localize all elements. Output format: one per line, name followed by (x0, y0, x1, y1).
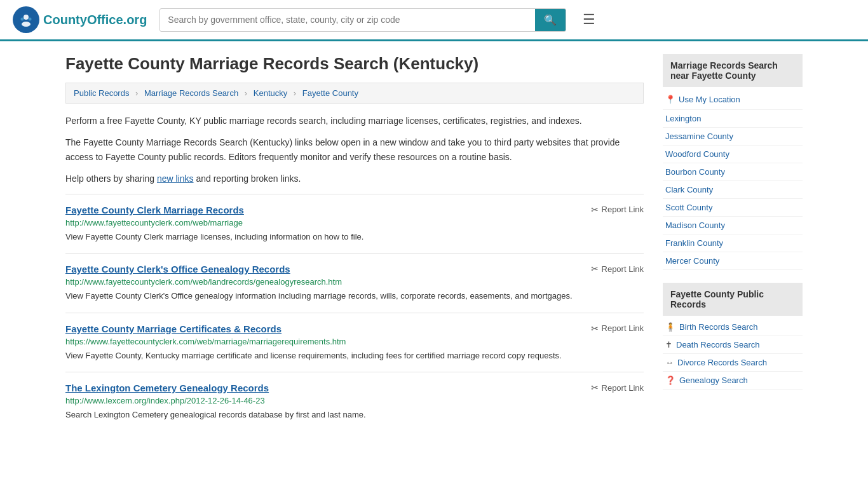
logo-icon (13, 6, 39, 33)
hamburger-button[interactable]: ☰ (579, 8, 599, 32)
description-3-suffix: and reporting broken links. (194, 173, 301, 184)
description-2: The Fayette County Marriage Records Sear… (65, 135, 644, 164)
nearby-link-3[interactable]: Bourbon County (665, 167, 725, 177)
record-header: The Lexington Cemetery Genealogy Records… (65, 383, 644, 393)
pr-icon-2: ↔ (665, 358, 674, 367)
svg-point-1 (24, 15, 29, 20)
sidebar-pr-item-1: ✝ Death Records Search (663, 336, 803, 354)
sidebar-public-records-header: Fayette County Public Records (663, 283, 803, 316)
record-item: Fayette County Marriage Certificates & R… (65, 313, 644, 372)
breadcrumb-sep-2: › (245, 88, 247, 98)
sidebar-marriage-section: Marriage Records Search near Fayette Cou… (663, 54, 803, 270)
record-header: Fayette County Marriage Certificates & R… (65, 323, 644, 334)
pr-link-1[interactable]: Death Records Search (676, 340, 760, 349)
description-1: Perform a free Fayette County, KY public… (65, 114, 644, 128)
report-icon-2: ✂ (591, 323, 599, 334)
sidebar-nearby-item-0: Lexington (663, 110, 803, 128)
record-title-0[interactable]: Fayette County Clerk Marriage Records (65, 205, 244, 215)
breadcrumb-kentucky[interactable]: Kentucky (254, 88, 287, 98)
nearby-link-0[interactable]: Lexington (665, 114, 701, 123)
breadcrumb-fayette-county[interactable]: Fayette County (302, 88, 358, 98)
svg-point-2 (22, 22, 31, 27)
sidebar: Marriage Records Search near Fayette Cou… (663, 54, 803, 431)
search-input[interactable] (160, 10, 535, 30)
logo-county-word: County (43, 13, 87, 27)
report-icon-3: ✂ (591, 383, 599, 393)
pr-icon-1: ✝ (665, 340, 672, 349)
nearby-link-1[interactable]: Jessamine County (665, 132, 733, 141)
records-list: Fayette County Clerk Marriage Records ✂ … (65, 194, 644, 431)
report-link-2[interactable]: ✂ Report Link (591, 323, 644, 334)
nearby-link-5[interactable]: Scott County (665, 203, 712, 212)
sidebar-public-records-section: Fayette County Public Records 🧍 Birth Re… (663, 283, 803, 390)
pin-icon: 📍 (665, 95, 675, 104)
breadcrumb-sep-1: › (135, 88, 138, 98)
record-url-3: http://www.lexcem.org/index.php/2012-12-… (65, 396, 644, 405)
description-3: Help others by sharing new links and rep… (65, 172, 644, 186)
breadcrumb: Public Records › Marriage Records Search… (65, 83, 644, 104)
report-link-1[interactable]: ✂ Report Link (591, 264, 644, 274)
nearby-link-4[interactable]: Clark County (665, 185, 713, 194)
svg-point-3 (21, 18, 24, 21)
record-header: Fayette County Clerk Marriage Records ✂ … (65, 205, 644, 215)
pr-link-3[interactable]: Genealogy Search (679, 376, 748, 385)
sidebar-nearby-list: LexingtonJessamine CountyWoodford County… (663, 110, 803, 270)
logo-tld: Office.org (87, 13, 147, 27)
pr-icon-3: ❓ (665, 376, 675, 385)
sidebar-public-records-list: 🧍 Birth Records Search ✝ Death Records S… (663, 318, 803, 390)
logo-area: CountyOffice.org (13, 6, 147, 33)
breadcrumb-sep-3: › (294, 88, 296, 98)
new-links-link[interactable]: new links (157, 173, 194, 184)
report-label-1: Report Link (602, 264, 644, 274)
record-url-2: https://www.fayettecountyclerk.com/web/m… (65, 337, 644, 346)
record-desc-0: View Fayette County Clerk marriage licen… (65, 231, 644, 243)
page-container: Fayette County Marriage Records Search (… (53, 41, 815, 444)
sidebar-marriage-header: Marriage Records Search near Fayette Cou… (663, 54, 803, 87)
sidebar-nearby-item-3: Bourbon County (663, 163, 803, 181)
report-label-2: Report Link (602, 323, 644, 333)
pr-link-2[interactable]: Divorce Records Search (677, 358, 767, 367)
search-button[interactable]: 🔍 (535, 9, 566, 31)
nearby-link-7[interactable]: Franklin County (665, 238, 723, 248)
pr-icon-0: 🧍 (665, 322, 675, 332)
logo-text: CountyOffice.org (43, 13, 147, 27)
sidebar-nearby-item-7: Franklin County (663, 234, 803, 252)
record-url-1: http://www.fayettecountyclerk.com/web/la… (65, 277, 644, 287)
breadcrumb-public-records[interactable]: Public Records (74, 88, 129, 98)
record-item: Fayette County Clerk's Office Genealogy … (65, 253, 644, 313)
report-icon-0: ✂ (591, 205, 599, 215)
record-desc-1: View Fayette County Clerk's Office genea… (65, 290, 644, 302)
sidebar-nearby-item-1: Jessamine County (663, 128, 803, 146)
report-link-3[interactable]: ✂ Report Link (591, 383, 644, 393)
nearby-link-6[interactable]: Madison County (665, 220, 725, 230)
report-link-0[interactable]: ✂ Report Link (591, 205, 644, 215)
pr-link-0[interactable]: Birth Records Search (679, 322, 758, 332)
breadcrumb-marriage-records[interactable]: Marriage Records Search (144, 88, 238, 98)
sidebar-use-location[interactable]: 📍 Use My Location (663, 90, 803, 110)
record-title-2[interactable]: Fayette County Marriage Certificates & R… (65, 323, 281, 334)
sidebar-nearby-item-6: Madison County (663, 217, 803, 234)
search-bar: 🔍 (159, 8, 566, 32)
report-icon-1: ✂ (591, 264, 599, 274)
sidebar-nearby-item-2: Woodford County (663, 146, 803, 163)
record-title-3[interactable]: The Lexington Cemetery Genealogy Records (65, 383, 269, 393)
site-header: CountyOffice.org 🔍 ☰ (0, 0, 868, 41)
record-item: Fayette County Clerk Marriage Records ✂ … (65, 194, 644, 254)
record-header: Fayette County Clerk's Office Genealogy … (65, 264, 644, 274)
svg-point-4 (29, 18, 32, 21)
main-content: Fayette County Marriage Records Search (… (65, 54, 644, 431)
sidebar-pr-item-0: 🧍 Birth Records Search (663, 318, 803, 336)
report-label-0: Report Link (602, 205, 644, 214)
nearby-link-2[interactable]: Woodford County (665, 149, 729, 159)
sidebar-nearby-item-5: Scott County (663, 199, 803, 217)
sidebar-nearby-item-4: Clark County (663, 181, 803, 199)
record-title-1[interactable]: Fayette County Clerk's Office Genealogy … (65, 264, 290, 274)
description-3-prefix: Help others by sharing (65, 173, 157, 184)
use-location-link[interactable]: Use My Location (679, 95, 740, 104)
nearby-link-8[interactable]: Mercer County (665, 256, 719, 266)
page-title: Fayette County Marriage Records Search (… (65, 54, 644, 74)
sidebar-pr-item-3: ❓ Genealogy Search (663, 372, 803, 390)
record-desc-2: View Fayette County, Kentucky marriage c… (65, 349, 644, 362)
record-item: The Lexington Cemetery Genealogy Records… (65, 372, 644, 431)
sidebar-pr-item-2: ↔ Divorce Records Search (663, 354, 803, 372)
